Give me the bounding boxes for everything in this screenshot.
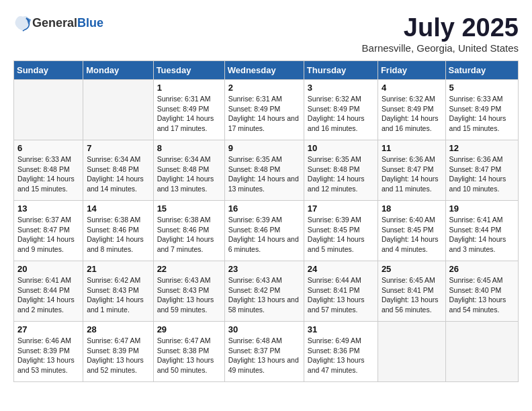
calendar-cell: 11Sunrise: 6:36 AM Sunset: 8:47 PM Dayli… xyxy=(378,140,445,201)
day-info: Sunrise: 6:41 AM Sunset: 8:44 PM Dayligh… xyxy=(449,215,515,255)
day-info: Sunrise: 6:39 AM Sunset: 8:45 PM Dayligh… xyxy=(308,215,374,255)
day-info: Sunrise: 6:48 AM Sunset: 8:37 PM Dayligh… xyxy=(228,336,300,375)
day-number: 18 xyxy=(382,203,442,214)
day-number: 29 xyxy=(157,324,221,334)
day-info: Sunrise: 6:36 AM Sunset: 8:47 PM Dayligh… xyxy=(382,154,442,194)
day-number: 3 xyxy=(308,83,374,93)
day-info: Sunrise: 6:32 AM Sunset: 8:49 PM Dayligh… xyxy=(308,94,374,134)
logo-icon xyxy=(13,13,32,32)
calendar-cell: 27Sunrise: 6:46 AM Sunset: 8:39 PM Dayli… xyxy=(14,322,83,382)
day-number: 4 xyxy=(382,83,442,93)
subtitle: Barnesville, Georgia, United States xyxy=(362,42,519,54)
calendar-cell xyxy=(14,80,83,140)
calendar-cell: 1Sunrise: 6:31 AM Sunset: 8:49 PM Daylig… xyxy=(153,80,224,140)
day-info: Sunrise: 6:33 AM Sunset: 8:49 PM Dayligh… xyxy=(449,94,515,134)
day-info: Sunrise: 6:38 AM Sunset: 8:46 PM Dayligh… xyxy=(157,215,221,255)
day-info: Sunrise: 6:34 AM Sunset: 8:48 PM Dayligh… xyxy=(87,154,149,194)
calendar-cell: 9Sunrise: 6:35 AM Sunset: 8:48 PM Daylig… xyxy=(224,140,304,201)
calendar-cell: 2Sunrise: 6:31 AM Sunset: 8:49 PM Daylig… xyxy=(224,80,304,140)
week-row-1: 1Sunrise: 6:31 AM Sunset: 8:49 PM Daylig… xyxy=(14,80,519,140)
day-number: 19 xyxy=(449,203,515,214)
week-row-5: 27Sunrise: 6:46 AM Sunset: 8:39 PM Dayli… xyxy=(14,322,519,382)
day-info: Sunrise: 6:36 AM Sunset: 8:47 PM Dayligh… xyxy=(449,154,515,194)
day-info: Sunrise: 6:47 AM Sunset: 8:38 PM Dayligh… xyxy=(157,336,221,375)
calendar-cell: 12Sunrise: 6:36 AM Sunset: 8:47 PM Dayli… xyxy=(445,140,518,201)
day-number: 12 xyxy=(449,143,515,153)
calendar-cell: 29Sunrise: 6:47 AM Sunset: 8:38 PM Dayli… xyxy=(153,322,224,382)
week-row-2: 6Sunrise: 6:33 AM Sunset: 8:48 PM Daylig… xyxy=(14,140,519,201)
day-info: Sunrise: 6:43 AM Sunset: 8:42 PM Dayligh… xyxy=(228,275,300,315)
day-info: Sunrise: 6:35 AM Sunset: 8:48 PM Dayligh… xyxy=(308,154,374,194)
calendar-cell: 13Sunrise: 6:37 AM Sunset: 8:47 PM Dayli… xyxy=(14,201,83,261)
day-info: Sunrise: 6:38 AM Sunset: 8:46 PM Dayligh… xyxy=(87,215,149,255)
calendar-cell: 24Sunrise: 6:44 AM Sunset: 8:41 PM Dayli… xyxy=(304,261,378,322)
calendar-table: SundayMondayTuesdayWednesdayThursdayFrid… xyxy=(13,60,519,382)
day-number: 11 xyxy=(382,143,442,153)
day-info: Sunrise: 6:34 AM Sunset: 8:48 PM Dayligh… xyxy=(157,154,221,194)
day-info: Sunrise: 6:43 AM Sunset: 8:43 PM Dayligh… xyxy=(157,275,221,315)
day-info: Sunrise: 6:45 AM Sunset: 8:40 PM Dayligh… xyxy=(449,275,515,315)
day-info: Sunrise: 6:32 AM Sunset: 8:49 PM Dayligh… xyxy=(382,94,442,134)
day-info: Sunrise: 6:42 AM Sunset: 8:43 PM Dayligh… xyxy=(87,275,149,315)
day-info: Sunrise: 6:31 AM Sunset: 8:49 PM Dayligh… xyxy=(228,94,300,134)
logo: GeneralBlue xyxy=(13,13,103,32)
main-title: July 2025 xyxy=(362,13,519,42)
day-number: 1 xyxy=(157,83,221,93)
day-number: 14 xyxy=(87,203,149,214)
day-header-wednesday: Wednesday xyxy=(224,61,304,80)
day-number: 8 xyxy=(157,143,221,153)
calendar-cell: 31Sunrise: 6:49 AM Sunset: 8:36 PM Dayli… xyxy=(304,322,378,382)
day-info: Sunrise: 6:44 AM Sunset: 8:41 PM Dayligh… xyxy=(308,275,374,315)
calendar-cell: 4Sunrise: 6:32 AM Sunset: 8:49 PM Daylig… xyxy=(378,80,445,140)
calendar-cell: 8Sunrise: 6:34 AM Sunset: 8:48 PM Daylig… xyxy=(153,140,224,201)
calendar-cell: 6Sunrise: 6:33 AM Sunset: 8:48 PM Daylig… xyxy=(14,140,83,201)
day-number: 5 xyxy=(449,83,515,93)
calendar-cell: 7Sunrise: 6:34 AM Sunset: 8:48 PM Daylig… xyxy=(83,140,153,201)
calendar-cell: 15Sunrise: 6:38 AM Sunset: 8:46 PM Dayli… xyxy=(153,201,224,261)
day-info: Sunrise: 6:40 AM Sunset: 8:45 PM Dayligh… xyxy=(382,215,442,255)
day-number: 22 xyxy=(157,264,221,274)
header-row: SundayMondayTuesdayWednesdayThursdayFrid… xyxy=(14,61,519,80)
calendar-cell: 28Sunrise: 6:47 AM Sunset: 8:39 PM Dayli… xyxy=(83,322,153,382)
day-number: 24 xyxy=(308,264,374,274)
day-number: 27 xyxy=(17,324,79,334)
day-number: 26 xyxy=(449,264,515,274)
day-number: 13 xyxy=(17,203,79,214)
day-header-thursday: Thursday xyxy=(304,61,378,80)
day-header-saturday: Saturday xyxy=(445,61,518,80)
calendar-cell: 3Sunrise: 6:32 AM Sunset: 8:49 PM Daylig… xyxy=(304,80,378,140)
day-number: 28 xyxy=(87,324,149,334)
logo-general: General xyxy=(32,16,77,30)
day-info: Sunrise: 6:39 AM Sunset: 8:46 PM Dayligh… xyxy=(228,215,300,255)
calendar-cell: 22Sunrise: 6:43 AM Sunset: 8:43 PM Dayli… xyxy=(153,261,224,322)
page-header: GeneralBlue July 2025 Barnesville, Georg… xyxy=(13,13,519,54)
day-info: Sunrise: 6:35 AM Sunset: 8:48 PM Dayligh… xyxy=(228,154,300,194)
calendar-cell: 19Sunrise: 6:41 AM Sunset: 8:44 PM Dayli… xyxy=(445,201,518,261)
calendar-cell xyxy=(445,322,518,382)
calendar-cell: 20Sunrise: 6:41 AM Sunset: 8:44 PM Dayli… xyxy=(14,261,83,322)
day-header-friday: Friday xyxy=(378,61,445,80)
day-number: 21 xyxy=(87,264,149,274)
title-block: July 2025 Barnesville, Georgia, United S… xyxy=(362,13,519,54)
calendar-cell: 26Sunrise: 6:45 AM Sunset: 8:40 PM Dayli… xyxy=(445,261,518,322)
calendar-cell: 5Sunrise: 6:33 AM Sunset: 8:49 PM Daylig… xyxy=(445,80,518,140)
day-number: 2 xyxy=(228,83,300,93)
day-header-sunday: Sunday xyxy=(14,61,83,80)
day-number: 6 xyxy=(17,143,79,153)
day-number: 30 xyxy=(228,324,300,334)
day-info: Sunrise: 6:31 AM Sunset: 8:49 PM Dayligh… xyxy=(157,94,221,134)
logo-blue: Blue xyxy=(77,16,103,30)
day-info: Sunrise: 6:46 AM Sunset: 8:39 PM Dayligh… xyxy=(17,336,79,375)
day-number: 20 xyxy=(17,264,79,274)
day-number: 9 xyxy=(228,143,300,153)
week-row-4: 20Sunrise: 6:41 AM Sunset: 8:44 PM Dayli… xyxy=(14,261,519,322)
day-number: 25 xyxy=(382,264,442,274)
calendar-cell: 17Sunrise: 6:39 AM Sunset: 8:45 PM Dayli… xyxy=(304,201,378,261)
day-number: 10 xyxy=(308,143,374,153)
day-info: Sunrise: 6:41 AM Sunset: 8:44 PM Dayligh… xyxy=(17,275,79,315)
calendar-cell: 18Sunrise: 6:40 AM Sunset: 8:45 PM Dayli… xyxy=(378,201,445,261)
day-info: Sunrise: 6:33 AM Sunset: 8:48 PM Dayligh… xyxy=(17,154,79,194)
day-number: 23 xyxy=(228,264,300,274)
calendar-cell: 14Sunrise: 6:38 AM Sunset: 8:46 PM Dayli… xyxy=(83,201,153,261)
day-header-tuesday: Tuesday xyxy=(153,61,224,80)
